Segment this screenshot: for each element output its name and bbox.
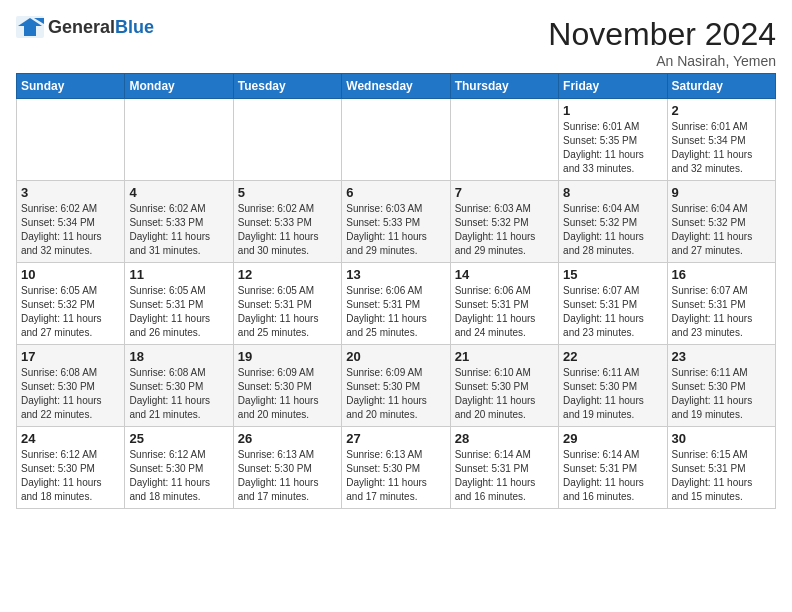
calendar-cell: 28Sunrise: 6:14 AM Sunset: 5:31 PM Dayli… xyxy=(450,427,558,509)
day-info: Sunrise: 6:08 AM Sunset: 5:30 PM Dayligh… xyxy=(21,366,120,422)
day-info: Sunrise: 6:14 AM Sunset: 5:31 PM Dayligh… xyxy=(455,448,554,504)
day-info: Sunrise: 6:12 AM Sunset: 5:30 PM Dayligh… xyxy=(129,448,228,504)
day-info: Sunrise: 6:11 AM Sunset: 5:30 PM Dayligh… xyxy=(672,366,771,422)
day-number: 4 xyxy=(129,185,228,200)
logo-text: GeneralBlue xyxy=(48,17,154,38)
logo-icon xyxy=(16,16,44,38)
calendar-week-2: 3Sunrise: 6:02 AM Sunset: 5:34 PM Daylig… xyxy=(17,181,776,263)
month-title: November 2024 xyxy=(548,16,776,53)
weekday-header-saturday: Saturday xyxy=(667,74,775,99)
day-number: 13 xyxy=(346,267,445,282)
calendar-cell: 26Sunrise: 6:13 AM Sunset: 5:30 PM Dayli… xyxy=(233,427,341,509)
day-number: 9 xyxy=(672,185,771,200)
day-number: 14 xyxy=(455,267,554,282)
calendar-cell: 5Sunrise: 6:02 AM Sunset: 5:33 PM Daylig… xyxy=(233,181,341,263)
day-info: Sunrise: 6:05 AM Sunset: 5:32 PM Dayligh… xyxy=(21,284,120,340)
location: An Nasirah, Yemen xyxy=(548,53,776,69)
calendar-cell: 8Sunrise: 6:04 AM Sunset: 5:32 PM Daylig… xyxy=(559,181,667,263)
logo-blue: Blue xyxy=(115,17,154,37)
calendar-table: SundayMondayTuesdayWednesdayThursdayFrid… xyxy=(16,73,776,509)
calendar-cell: 30Sunrise: 6:15 AM Sunset: 5:31 PM Dayli… xyxy=(667,427,775,509)
calendar-cell: 12Sunrise: 6:05 AM Sunset: 5:31 PM Dayli… xyxy=(233,263,341,345)
calendar-week-1: 1Sunrise: 6:01 AM Sunset: 5:35 PM Daylig… xyxy=(17,99,776,181)
day-number: 17 xyxy=(21,349,120,364)
day-info: Sunrise: 6:02 AM Sunset: 5:33 PM Dayligh… xyxy=(238,202,337,258)
calendar-cell: 21Sunrise: 6:10 AM Sunset: 5:30 PM Dayli… xyxy=(450,345,558,427)
day-number: 15 xyxy=(563,267,662,282)
day-info: Sunrise: 6:06 AM Sunset: 5:31 PM Dayligh… xyxy=(455,284,554,340)
day-number: 16 xyxy=(672,267,771,282)
calendar-cell: 24Sunrise: 6:12 AM Sunset: 5:30 PM Dayli… xyxy=(17,427,125,509)
calendar-cell: 9Sunrise: 6:04 AM Sunset: 5:32 PM Daylig… xyxy=(667,181,775,263)
day-info: Sunrise: 6:11 AM Sunset: 5:30 PM Dayligh… xyxy=(563,366,662,422)
day-number: 23 xyxy=(672,349,771,364)
day-info: Sunrise: 6:01 AM Sunset: 5:35 PM Dayligh… xyxy=(563,120,662,176)
day-number: 3 xyxy=(21,185,120,200)
calendar-cell: 6Sunrise: 6:03 AM Sunset: 5:33 PM Daylig… xyxy=(342,181,450,263)
day-number: 1 xyxy=(563,103,662,118)
day-info: Sunrise: 6:02 AM Sunset: 5:33 PM Dayligh… xyxy=(129,202,228,258)
calendar-cell: 16Sunrise: 6:07 AM Sunset: 5:31 PM Dayli… xyxy=(667,263,775,345)
calendar-cell xyxy=(125,99,233,181)
day-info: Sunrise: 6:12 AM Sunset: 5:30 PM Dayligh… xyxy=(21,448,120,504)
weekday-header-wednesday: Wednesday xyxy=(342,74,450,99)
day-info: Sunrise: 6:01 AM Sunset: 5:34 PM Dayligh… xyxy=(672,120,771,176)
calendar-cell: 3Sunrise: 6:02 AM Sunset: 5:34 PM Daylig… xyxy=(17,181,125,263)
calendar-cell: 27Sunrise: 6:13 AM Sunset: 5:30 PM Dayli… xyxy=(342,427,450,509)
day-number: 28 xyxy=(455,431,554,446)
day-info: Sunrise: 6:14 AM Sunset: 5:31 PM Dayligh… xyxy=(563,448,662,504)
weekday-header-monday: Monday xyxy=(125,74,233,99)
calendar-cell: 29Sunrise: 6:14 AM Sunset: 5:31 PM Dayli… xyxy=(559,427,667,509)
calendar-cell: 4Sunrise: 6:02 AM Sunset: 5:33 PM Daylig… xyxy=(125,181,233,263)
day-number: 18 xyxy=(129,349,228,364)
day-info: Sunrise: 6:13 AM Sunset: 5:30 PM Dayligh… xyxy=(238,448,337,504)
day-info: Sunrise: 6:03 AM Sunset: 5:33 PM Dayligh… xyxy=(346,202,445,258)
day-number: 10 xyxy=(21,267,120,282)
day-number: 5 xyxy=(238,185,337,200)
day-number: 20 xyxy=(346,349,445,364)
day-info: Sunrise: 6:02 AM Sunset: 5:34 PM Dayligh… xyxy=(21,202,120,258)
day-number: 19 xyxy=(238,349,337,364)
calendar-cell: 23Sunrise: 6:11 AM Sunset: 5:30 PM Dayli… xyxy=(667,345,775,427)
calendar-cell xyxy=(17,99,125,181)
weekday-header-tuesday: Tuesday xyxy=(233,74,341,99)
weekday-header-row: SundayMondayTuesdayWednesdayThursdayFrid… xyxy=(17,74,776,99)
day-info: Sunrise: 6:03 AM Sunset: 5:32 PM Dayligh… xyxy=(455,202,554,258)
day-info: Sunrise: 6:09 AM Sunset: 5:30 PM Dayligh… xyxy=(346,366,445,422)
day-info: Sunrise: 6:13 AM Sunset: 5:30 PM Dayligh… xyxy=(346,448,445,504)
day-info: Sunrise: 6:06 AM Sunset: 5:31 PM Dayligh… xyxy=(346,284,445,340)
calendar-cell: 7Sunrise: 6:03 AM Sunset: 5:32 PM Daylig… xyxy=(450,181,558,263)
day-info: Sunrise: 6:09 AM Sunset: 5:30 PM Dayligh… xyxy=(238,366,337,422)
calendar-week-4: 17Sunrise: 6:08 AM Sunset: 5:30 PM Dayli… xyxy=(17,345,776,427)
weekday-header-friday: Friday xyxy=(559,74,667,99)
day-number: 24 xyxy=(21,431,120,446)
calendar-cell: 22Sunrise: 6:11 AM Sunset: 5:30 PM Dayli… xyxy=(559,345,667,427)
calendar-cell: 2Sunrise: 6:01 AM Sunset: 5:34 PM Daylig… xyxy=(667,99,775,181)
logo: GeneralBlue xyxy=(16,16,154,38)
day-info: Sunrise: 6:15 AM Sunset: 5:31 PM Dayligh… xyxy=(672,448,771,504)
day-number: 22 xyxy=(563,349,662,364)
calendar-cell: 10Sunrise: 6:05 AM Sunset: 5:32 PM Dayli… xyxy=(17,263,125,345)
day-number: 2 xyxy=(672,103,771,118)
day-number: 29 xyxy=(563,431,662,446)
calendar-cell: 25Sunrise: 6:12 AM Sunset: 5:30 PM Dayli… xyxy=(125,427,233,509)
day-number: 12 xyxy=(238,267,337,282)
calendar-cell: 20Sunrise: 6:09 AM Sunset: 5:30 PM Dayli… xyxy=(342,345,450,427)
calendar-cell: 11Sunrise: 6:05 AM Sunset: 5:31 PM Dayli… xyxy=(125,263,233,345)
day-info: Sunrise: 6:05 AM Sunset: 5:31 PM Dayligh… xyxy=(238,284,337,340)
calendar-cell: 18Sunrise: 6:08 AM Sunset: 5:30 PM Dayli… xyxy=(125,345,233,427)
calendar-cell: 17Sunrise: 6:08 AM Sunset: 5:30 PM Dayli… xyxy=(17,345,125,427)
calendar-cell: 19Sunrise: 6:09 AM Sunset: 5:30 PM Dayli… xyxy=(233,345,341,427)
page-header: GeneralBlue November 2024 An Nasirah, Ye… xyxy=(16,16,776,69)
day-number: 7 xyxy=(455,185,554,200)
day-number: 11 xyxy=(129,267,228,282)
calendar-cell xyxy=(342,99,450,181)
calendar-cell xyxy=(233,99,341,181)
day-number: 30 xyxy=(672,431,771,446)
day-number: 25 xyxy=(129,431,228,446)
day-info: Sunrise: 6:10 AM Sunset: 5:30 PM Dayligh… xyxy=(455,366,554,422)
day-number: 21 xyxy=(455,349,554,364)
day-info: Sunrise: 6:04 AM Sunset: 5:32 PM Dayligh… xyxy=(672,202,771,258)
weekday-header-sunday: Sunday xyxy=(17,74,125,99)
day-info: Sunrise: 6:07 AM Sunset: 5:31 PM Dayligh… xyxy=(672,284,771,340)
